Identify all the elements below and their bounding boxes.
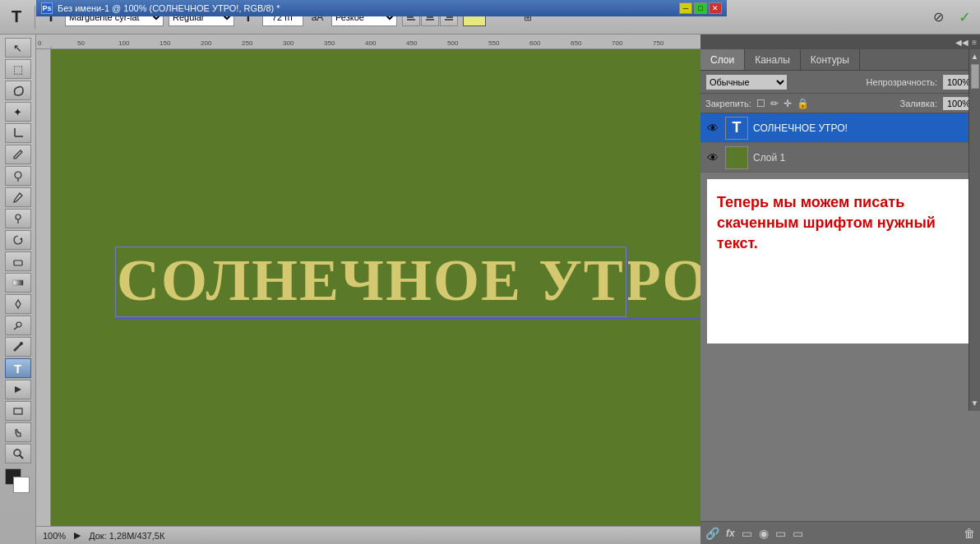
layer-name-text: СОЛНЕЧНОЕ УТРО! [753,122,975,134]
lock-move-icon[interactable]: ✛ [784,98,792,109]
svg-marker-14 [20,237,22,241]
clone-tool[interactable] [5,209,31,228]
confirm-btn[interactable]: ✓ [954,7,975,28]
pen-tool[interactable] [5,337,31,357]
adjustment-icon[interactable]: ◉ [759,527,769,540]
svg-point-21 [14,449,21,456]
svg-text:700: 700 [612,39,623,47]
eyedropper-tool[interactable] [5,145,31,164]
canvas-document[interactable]: СОЛНЕЧНОЕ УТРО! [51,49,709,526]
svg-text:150: 150 [159,39,171,47]
delete-layer-icon[interactable]: 🗑 [964,527,975,540]
opacity-label: Непрозрачность: [867,77,937,87]
layer-row-1[interactable]: 👁 Слой 1 [700,143,980,173]
scroll-thumb[interactable] [971,64,979,89]
healing-tool[interactable] [5,166,31,186]
blur-tool[interactable] [5,294,31,314]
status-bar: 100% ▶ Док: 1,28M/437,5К [36,526,727,544]
left-toolbar: ↖ ⬚ ✦ T [0,35,36,544]
scroll-down-arrow[interactable]: ▼ [971,398,979,409]
path-selection-tool[interactable] [5,380,31,399]
svg-text:200: 200 [201,39,212,47]
fill-label: Заливка: [900,99,937,108]
svg-line-22 [20,455,23,459]
svg-rect-20 [14,408,22,414]
layer-thumb-1 [725,146,748,169]
scroll-up-arrow[interactable]: ▲ [971,51,979,62]
svg-text:650: 650 [571,39,582,47]
tab-paths[interactable]: Контуры [801,49,860,70]
shape-tool[interactable] [5,401,31,421]
lock-position-icon[interactable]: ☐ [756,98,765,109]
new-layer-icon[interactable]: ▭ [793,527,803,540]
svg-line-18 [14,327,17,330]
blend-mode-select[interactable]: Обычные [705,74,788,90]
brush-tool[interactable] [5,187,31,207]
zoom-tool[interactable] [5,444,31,463]
svg-text:250: 250 [242,39,253,47]
svg-rect-15 [14,260,22,265]
lock-all-icon[interactable]: 🔒 [797,98,809,109]
maximize-btn[interactable]: □ [694,2,707,14]
ruler-top: 0 50 100 150 200 250 300 350 400 450 500… [36,35,727,49]
magic-wand-tool[interactable]: ✦ [5,102,31,122]
crop-tool[interactable] [5,123,31,143]
group-icon[interactable]: ▭ [775,527,786,540]
svg-text:300: 300 [283,39,294,47]
svg-text:500: 500 [447,39,459,47]
layers-lock-bar: Закрепить: ☐ ✏ ✛ 🔒 Заливка: [700,94,980,113]
text-cursor [626,247,628,314]
panel-bottom-bar: 🔗 fx ▭ ◉ ▭ ▭ 🗑 [700,521,980,544]
layer-name-1: Слой 1 [753,152,975,164]
svg-point-11 [15,172,21,178]
marquee-tool[interactable]: ⬚ [5,59,31,79]
background-color[interactable] [13,477,30,493]
lock-paint-icon[interactable]: ✏ [770,98,779,109]
zoom-level: 100% [43,531,66,541]
gradient-tool[interactable] [5,273,31,293]
ruler-left [36,49,51,544]
canvas-main-text[interactable]: СОЛНЕЧНОЕ УТРО! [117,247,709,320]
svg-text:450: 450 [406,39,418,47]
panel-collapse-icon[interactable]: ◀◀ [955,38,968,47]
doc-title: Без имени-1 @ 100% (СОЛНЕЧНОЕ УТРО!, RGB… [58,3,677,13]
move-tool[interactable]: ↖ [5,38,31,58]
minimize-btn[interactable]: ─ [679,2,692,14]
color-boxes [5,468,31,495]
svg-text:100: 100 [118,39,130,47]
layers-blend-bar: Обычные Непрозрачность: [700,71,980,94]
layer-eye-text[interactable]: 👁 [705,121,720,136]
status-arrow[interactable]: ▶ [74,530,81,541]
layers-panel: Обычные Непрозрачность: Закрепить: ☐ ✏ ✛… [700,71,980,173]
svg-text:750: 750 [653,39,664,47]
right-panel: ◀◀ ≡ Слои Каналы Контуры ≡ Обычные Непро… [700,35,980,544]
svg-text:600: 600 [529,39,541,47]
panel-menu-icon[interactable]: ≡ [972,38,977,47]
close-btn[interactable]: ✕ [709,2,722,14]
history-tool[interactable] [5,230,31,250]
tab-layers[interactable]: Слои [700,49,745,70]
tab-channels[interactable]: Каналы [745,49,801,70]
lasso-tool[interactable] [5,81,31,100]
add-mask-icon[interactable]: ▭ [742,527,752,540]
panel-scrollbar[interactable]: ▲ ▼ [968,49,980,411]
layer-thumb-text: T [725,117,748,140]
svg-text:50: 50 [77,39,85,47]
layer-row-text[interactable]: 👁 T СОЛНЕЧНОЕ УТРО! [700,113,980,143]
layer-eye-1[interactable]: 👁 [705,150,720,165]
doc-info: Док: 1,28M/437,5К [89,531,164,541]
svg-rect-41 [36,49,51,544]
svg-point-19 [20,342,23,345]
link-layers-icon[interactable]: 🔗 [705,527,719,540]
hand-tool[interactable] [5,422,31,442]
svg-point-13 [16,214,21,219]
eraser-tool[interactable] [5,251,31,271]
info-text-area: Теперь мы можем писать скаченным шрифтом… [707,179,973,343]
cancel-btn[interactable]: ⊘ [927,7,949,28]
fx-icon[interactable]: fx [726,528,735,539]
type-tool[interactable]: T [5,358,31,378]
info-text-content: Теперь мы можем писать скаченным шрифтом… [717,192,964,255]
svg-text:550: 550 [488,39,500,47]
panel-header: ◀◀ ≡ [700,35,980,49]
dodge-tool[interactable] [5,316,31,335]
